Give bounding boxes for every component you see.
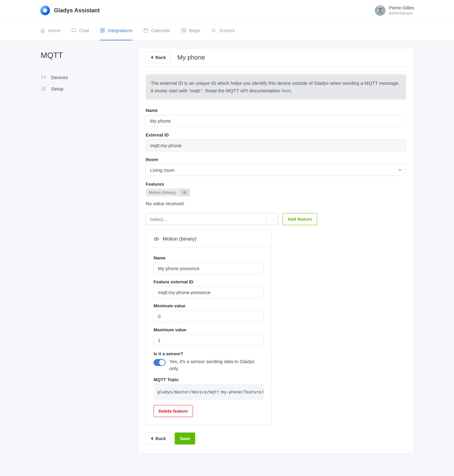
- sidebar-item-setup[interactable]: Setup: [41, 86, 128, 91]
- home-icon: [40, 28, 45, 33]
- calendar-icon: [143, 28, 149, 33]
- mqtt-topic-label: MQTT Topic: [153, 377, 264, 382]
- nav-item-integrations[interactable]: Integrations: [100, 21, 132, 40]
- eye-icon: [182, 190, 187, 195]
- feature-type-placeholder: Select...: [146, 216, 266, 222]
- toggle-knob: [159, 360, 165, 365]
- sensor-toggle-label: Yes, it's a sensor sending data to Glady…: [169, 358, 264, 372]
- user-name: Pierre-Gilles: [389, 5, 414, 11]
- user-menu[interactable]: Pierre-Gilles Administrator: [375, 5, 414, 16]
- back-button-top[interactable]: Back: [146, 51, 171, 63]
- device-card: Back My phone The external ID is an uniq…: [138, 48, 414, 454]
- feature-badge-eye-button[interactable]: [179, 189, 190, 196]
- gladys-logo-icon: [40, 5, 51, 16]
- mqtt-doc-link[interactable]: here: [281, 88, 291, 93]
- sliders-icon: [41, 86, 46, 91]
- map-icon: [181, 28, 186, 33]
- user-role: Administrator: [389, 11, 414, 16]
- avatar: [375, 5, 386, 16]
- feature-name-label: Name: [153, 255, 264, 260]
- room-select[interactable]: Living room: [146, 164, 406, 176]
- feature-title: Motion (binary): [163, 236, 196, 242]
- maximum-value-label: Maximum value: [153, 327, 264, 332]
- feature-external-id-input[interactable]: [153, 286, 264, 298]
- play-icon: [211, 28, 216, 33]
- add-feature-button[interactable]: Add feature: [282, 213, 317, 225]
- app-header: Gladys Assistant: [0, 0, 454, 21]
- sensor-toggle[interactable]: [153, 359, 166, 366]
- external-id-label: External ID: [146, 132, 406, 137]
- back-button-bottom[interactable]: Back: [146, 432, 171, 445]
- nav-item-calendar[interactable]: Calendar: [143, 21, 170, 40]
- main-nav: Home Chat Integrations Calendar: [0, 21, 454, 41]
- delete-feature-button[interactable]: Delete feature: [153, 405, 193, 417]
- chat-icon: [71, 28, 77, 33]
- nav-item-maps[interactable]: Maps: [181, 21, 200, 40]
- device-title: My phone: [177, 54, 205, 61]
- feature-badge-label: Motion (binary): [146, 189, 179, 196]
- grid-icon: [100, 28, 105, 33]
- nav-item-chat[interactable]: Chat: [71, 21, 89, 40]
- minimum-value-input[interactable]: [153, 310, 264, 322]
- feature-card: Motion (binary) Name Feature external ID: [146, 230, 272, 425]
- brand[interactable]: Gladys Assistant: [40, 5, 100, 16]
- eye-icon: [153, 236, 159, 242]
- broadcast-icon: [41, 74, 46, 80]
- sidebar-item-devices[interactable]: Devices: [41, 74, 128, 80]
- feature-name-input[interactable]: [153, 262, 264, 274]
- device-name-label: Name: [146, 108, 406, 113]
- feature-type-select[interactable]: Select...: [146, 213, 278, 225]
- features-label: Features: [146, 181, 406, 187]
- maximum-value-input[interactable]: [153, 334, 264, 346]
- room-label: Room: [146, 157, 406, 162]
- brand-title: Gladys Assistant: [54, 7, 100, 14]
- no-value-text: No value received.: [146, 201, 406, 206]
- chevron-down-icon: [269, 216, 275, 222]
- back-arrow-icon: [151, 437, 153, 440]
- nav-item-home[interactable]: Home: [40, 21, 61, 40]
- device-name-input[interactable]: [146, 115, 406, 127]
- minimum-value-label: Minimum value: [153, 303, 264, 308]
- device-card-header: Back My phone: [138, 48, 414, 67]
- external-id-input: [146, 139, 406, 151]
- feature-card-header: Motion (binary): [146, 230, 272, 248]
- external-id-alert: The external ID is an unique ID which he…: [146, 74, 406, 100]
- is-sensor-label: Is it a sensor?: [153, 351, 264, 356]
- gladys-app: Gladys Assistant: [0, 0, 454, 476]
- page-title: MQTT: [41, 51, 128, 60]
- feature-external-id-label: Feature external ID: [153, 279, 264, 284]
- save-button[interactable]: Save: [175, 432, 195, 445]
- sidebar: MQTT Devices Setup: [40, 48, 128, 454]
- mqtt-topic-value: gladys/master/device/mqtt:my-phone/featu…: [153, 384, 264, 400]
- back-arrow-icon: [151, 56, 153, 59]
- feature-badge: Motion (binary): [146, 189, 190, 196]
- nav-item-scenes[interactable]: Scenes: [211, 21, 235, 40]
